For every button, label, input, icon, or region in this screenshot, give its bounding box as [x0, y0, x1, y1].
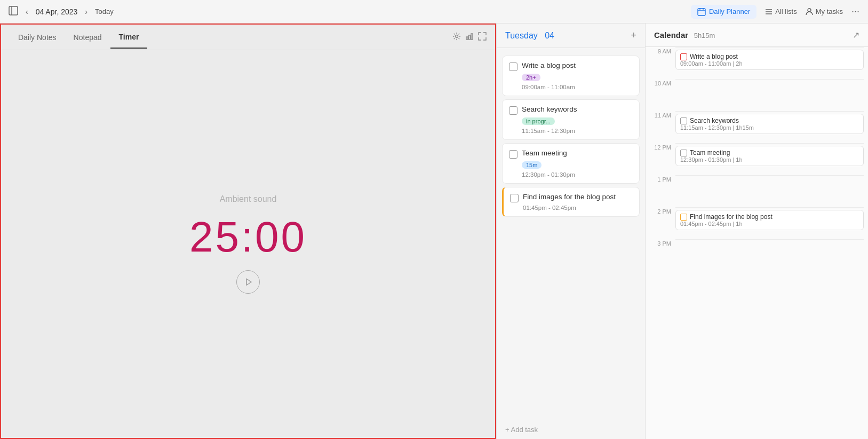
task-time: 11:15am - 12:30pm — [522, 128, 633, 134]
more-options-button[interactable]: ··· — [851, 6, 859, 17]
calendar-event-checkbox[interactable] — [680, 53, 687, 60]
calendar-title-group: Calendar 5h15m — [654, 30, 715, 40]
calendar-event-time: 12:30pm - 01:30pm | 1h — [680, 156, 859, 163]
ambient-label: Ambient sound — [220, 194, 277, 204]
calendar-icon — [697, 7, 706, 16]
day-number: 04 — [545, 31, 554, 40]
time-slot: 3 PM — [650, 239, 864, 271]
today-button[interactable]: Today — [95, 7, 114, 15]
time-slot: 2 PMFind images for the blog post01:45pm… — [650, 207, 864, 239]
main-layout: Daily Notes Notepad Timer — [0, 23, 868, 439]
task-title: Write a blog post — [522, 61, 576, 69]
tab-notepad[interactable]: Notepad — [65, 26, 110, 49]
chart-button[interactable] — [465, 32, 474, 43]
time-slot: 10 AM — [650, 79, 864, 111]
task-title: Find images for the blog post — [523, 193, 616, 201]
task-checkbox[interactable] — [509, 106, 517, 115]
all-lists-button[interactable]: All lists — [765, 7, 797, 15]
middle-title: Tuesday 04 — [505, 31, 554, 41]
add-task-label: + Add task — [505, 426, 538, 434]
time-label: 1 PM — [650, 175, 671, 207]
task-time: 01:45pm - 02:45pm — [523, 205, 633, 211]
time-label: 11 AM — [650, 111, 671, 143]
svg-point-9 — [808, 9, 811, 12]
task-card[interactable]: Team meeting15m12:30pm - 01:30pm — [502, 143, 640, 184]
date-display: 04 Apr, 2023 — [36, 7, 78, 16]
calendar-event-checkbox[interactable] — [680, 150, 687, 156]
time-content — [675, 175, 864, 207]
time-slot: 9 AMWrite a blog post09:00am - 11:00am |… — [650, 47, 864, 79]
tab-timer[interactable]: Timer — [110, 26, 148, 49]
expand-button[interactable] — [478, 32, 487, 43]
my-tasks-button[interactable]: My tasks — [806, 7, 843, 15]
task-checkbox[interactable] — [509, 150, 517, 159]
calendar-event-time: 01:45pm - 02:45pm | 1h — [680, 221, 859, 227]
calendar-event-title: Write a blog post — [680, 53, 859, 60]
time-content — [675, 79, 864, 111]
time-slot: 1 PM — [650, 175, 864, 207]
bar-chart-icon — [465, 32, 474, 41]
daily-planner-button[interactable]: Daily Planner — [691, 5, 756, 19]
prev-date-button[interactable]: ‹ — [22, 5, 31, 18]
time-content: Find images for the blog post01:45pm - 0… — [675, 207, 864, 239]
expand-icon — [478, 32, 487, 41]
task-badge: 2h+ — [522, 74, 540, 81]
task-time: 12:30pm - 01:30pm — [522, 171, 633, 178]
calendar-event-title: Team meeting — [680, 149, 859, 156]
gear-icon — [452, 32, 461, 41]
tab-daily-notes[interactable]: Daily Notes — [10, 26, 65, 49]
timer-display: 25:00 — [189, 213, 307, 262]
left-panel: Daily Notes Notepad Timer — [0, 23, 496, 439]
calendar-event-title: Search keywords — [680, 117, 859, 124]
add-task-row[interactable]: + Add task — [497, 420, 645, 439]
calendar-event-time: 09:00am - 11:00am | 2h — [680, 60, 859, 67]
list-icon — [765, 8, 773, 15]
tab-actions — [452, 32, 487, 43]
task-card[interactable]: Find images for the blog post01:45pm - 0… — [502, 187, 640, 217]
calendar-header: Calendar 5h15m ↗ — [646, 23, 868, 47]
next-date-button[interactable]: › — [82, 5, 91, 18]
task-card[interactable]: Search keywordsin progr...11:15am - 12:3… — [502, 99, 640, 140]
svg-marker-14 — [246, 279, 251, 285]
time-label: 3 PM — [650, 239, 671, 271]
top-bar: ‹ 04 Apr, 2023 › Today Daily Planner All… — [0, 0, 868, 23]
time-content: Write a blog post09:00am - 11:00am | 2h — [675, 47, 864, 79]
task-card[interactable]: Write a blog post2h+09:00am - 11:00am — [502, 56, 640, 96]
top-bar-right: Daily Planner All lists My tasks ··· — [691, 5, 859, 19]
svg-rect-0 — [9, 6, 18, 15]
time-label: 12 PM — [650, 143, 671, 175]
calendar-event[interactable]: Search keywords11:15am - 12:30pm | 1h15m — [675, 114, 864, 134]
add-task-header-button[interactable]: + — [631, 30, 636, 41]
time-content — [675, 239, 864, 271]
task-badge: in progr... — [522, 117, 555, 125]
calendar-event[interactable]: Write a blog post09:00am - 11:00am | 2h — [675, 50, 864, 70]
time-slot: 12 PMTeam meeting12:30pm - 01:30pm | 1h — [650, 143, 864, 175]
task-checkbox[interactable] — [510, 194, 519, 202]
timer-area: Ambient sound 25:00 — [1, 50, 495, 438]
task-badge: 15m — [522, 161, 541, 169]
time-content: Team meeting12:30pm - 01:30pm | 1h — [675, 143, 864, 175]
settings-button[interactable] — [452, 32, 461, 43]
person-icon — [806, 8, 813, 15]
calendar-event[interactable]: Find images for the blog post01:45pm - 0… — [675, 210, 864, 230]
tabs: Daily Notes Notepad Timer — [10, 26, 147, 49]
calendar-event-title: Find images for the blog post — [680, 213, 859, 221]
calendar-event-time: 11:15am - 12:30pm | 1h15m — [680, 124, 859, 131]
calendar-event[interactable]: Team meeting12:30pm - 01:30pm | 1h — [675, 146, 864, 166]
calendar-event-checkbox[interactable] — [680, 117, 687, 124]
middle-panel: Tuesday 04 + Write a blog post2h+09:00am… — [496, 23, 646, 439]
sidebar-toggle-button[interactable] — [9, 6, 18, 18]
task-title: Search keywords — [522, 105, 577, 113]
time-content: Search keywords11:15am - 12:30pm | 1h15m — [675, 111, 864, 143]
task-checkbox[interactable] — [509, 62, 517, 71]
day-name: Tuesday — [505, 31, 538, 40]
time-label: 2 PM — [650, 207, 671, 239]
calendar-title: Calendar — [654, 30, 688, 40]
task-list: Write a blog post2h+09:00am - 11:00amSea… — [497, 48, 645, 420]
play-button[interactable] — [236, 270, 260, 294]
calendar-expand-button[interactable]: ↗ — [853, 30, 859, 40]
time-label: 9 AM — [650, 47, 671, 79]
svg-rect-13 — [471, 34, 473, 40]
task-time: 09:00am - 11:00am — [522, 84, 633, 90]
calendar-event-checkbox[interactable] — [680, 214, 687, 221]
